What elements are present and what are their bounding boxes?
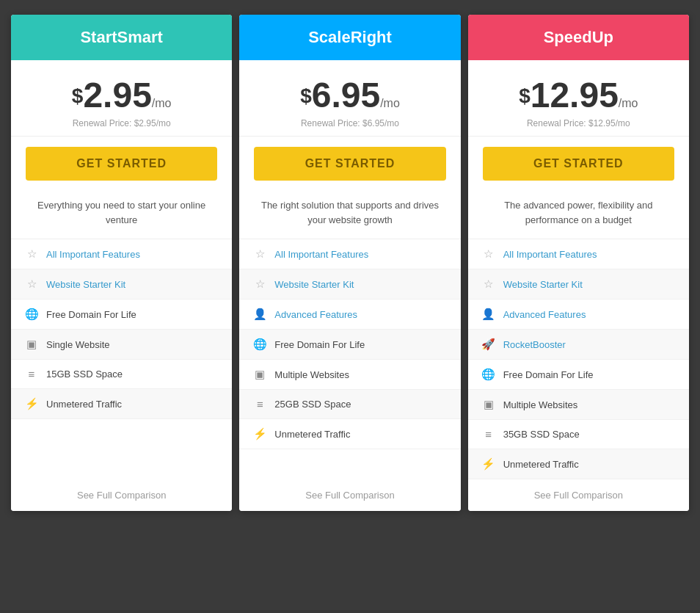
feature-icon: 🚀 — [481, 338, 496, 351]
feature-item: ☆Website Starter Kit — [239, 269, 460, 300]
feature-text: Free Domain For Life — [274, 339, 365, 350]
feature-item: ☆Website Starter Kit — [468, 269, 689, 300]
feature-icon: ☆ — [252, 278, 267, 291]
feature-item: ☆Website Starter Kit — [11, 269, 232, 300]
feature-item: ≡35GB SSD Space — [468, 420, 689, 449]
feature-icon: ≡ — [24, 368, 39, 380]
feature-icon: ☆ — [24, 247, 39, 261]
plan-description-scaleright: The right solution that supports and dri… — [239, 188, 460, 239]
renewal-price: Renewal Price: $2.95/mo — [26, 118, 217, 128]
feature-text: 15GB SSD Space — [46, 369, 123, 380]
feature-text: Multiple Websites — [274, 369, 349, 380]
feature-text: Free Domain For Life — [503, 369, 594, 380]
feature-icon: ⚡ — [481, 457, 496, 471]
feature-link[interactable]: Advanced Features — [274, 309, 357, 320]
plan-title-scaleright: ScaleRight — [254, 28, 445, 47]
feature-item: ☆All Important Features — [468, 239, 689, 269]
plan-price-section-scaleright: $6.95/moRenewal Price: $6.95/mo — [239, 60, 460, 137]
renewal-price: Renewal Price: $6.95/mo — [254, 118, 445, 128]
price-period: /mo — [152, 97, 172, 109]
feature-icon: ☆ — [24, 278, 39, 291]
feature-link[interactable]: All Important Features — [46, 249, 140, 260]
plan-header-startsmart: StartSmart — [11, 15, 232, 60]
feature-icon: ⚡ — [24, 397, 39, 410]
plan-title-speedup: SpeedUp — [483, 28, 674, 47]
plan-header-scaleright: ScaleRight — [239, 15, 460, 60]
see-comparison-scaleright[interactable]: See Full Comparison — [239, 479, 460, 511]
feature-item: 🌐Free Domain For Life — [468, 360, 689, 390]
feature-icon: ▣ — [481, 398, 496, 411]
feature-text: Unmetered Traffic — [274, 429, 350, 440]
feature-icon: 🌐 — [24, 308, 39, 321]
feature-item: 🚀RocketBooster — [468, 330, 689, 360]
feature-icon: ☆ — [481, 278, 496, 291]
feature-link[interactable]: Website Starter Kit — [46, 279, 125, 290]
feature-item: 👤Advanced Features — [468, 300, 689, 330]
feature-item: ⚡Unmetered Traffic — [11, 389, 232, 419]
feature-icon: ≡ — [481, 428, 496, 440]
feature-item: 👤Advanced Features — [239, 300, 460, 330]
feature-item: ☆All Important Features — [239, 239, 460, 269]
plan-description-speedup: The advanced power, flexibility and perf… — [468, 188, 689, 239]
feature-icon: ⚡ — [252, 427, 267, 440]
feature-item: ▣Multiple Websites — [239, 360, 460, 390]
feature-icon: ≡ — [252, 398, 267, 410]
feature-icon: ▣ — [252, 368, 267, 381]
feature-text: Free Domain For Life — [46, 309, 136, 320]
price-period: /mo — [380, 97, 400, 109]
feature-link[interactable]: Website Starter Kit — [274, 279, 354, 290]
plan-header-speedup: SpeedUp — [468, 15, 689, 60]
plan-card-scaleright: ScaleRight$6.95/moRenewal Price: $6.95/m… — [239, 15, 460, 511]
get-started-button-scaleright[interactable]: GET STARTED — [254, 147, 445, 181]
renewal-price: Renewal Price: $12.95/mo — [483, 118, 674, 128]
get-started-button-startsmart[interactable]: GET STARTED — [26, 147, 217, 181]
feature-text: Unmetered Traffic — [46, 399, 122, 410]
feature-icon: 👤 — [252, 308, 267, 321]
feature-item: ⚡Unmetered Traffic — [468, 449, 689, 479]
feature-link[interactable]: All Important Features — [274, 249, 368, 260]
see-comparison-startsmart[interactable]: See Full Comparison — [11, 479, 232, 511]
feature-link[interactable]: RocketBooster — [503, 339, 566, 350]
see-comparison-speedup[interactable]: See Full Comparison — [468, 479, 689, 511]
features-list-scaleright: ☆All Important Features☆Website Starter … — [239, 239, 460, 479]
feature-item: ≡15GB SSD Space — [11, 360, 232, 389]
price-dollar: $ — [72, 84, 84, 107]
price-dollar: $ — [519, 84, 531, 107]
feature-text: Unmetered Traffic — [503, 459, 579, 470]
plan-description-startsmart: Everything you need to start your online… — [11, 188, 232, 239]
feature-icon: ▣ — [24, 338, 39, 351]
plan-card-startsmart: StartSmart$2.95/moRenewal Price: $2.95/m… — [11, 15, 232, 511]
feature-text: Single Website — [46, 339, 109, 350]
price-amount: 2.95 — [83, 76, 151, 115]
feature-link[interactable]: All Important Features — [503, 249, 597, 260]
price-dollar: $ — [300, 84, 312, 107]
plan-price-section-startsmart: $2.95/moRenewal Price: $2.95/mo — [11, 60, 232, 137]
feature-item: ⚡Unmetered Traffic — [239, 419, 460, 449]
feature-item: 🌐Free Domain For Life — [11, 300, 232, 330]
feature-item: 🌐Free Domain For Life — [239, 330, 460, 360]
feature-item: ☆All Important Features — [11, 239, 232, 269]
pricing-container: StartSmart$2.95/moRenewal Price: $2.95/m… — [7, 15, 693, 511]
plan-card-speedup: SpeedUp$12.95/moRenewal Price: $12.95/mo… — [468, 15, 689, 511]
feature-icon: ☆ — [481, 247, 496, 261]
get-started-button-speedup[interactable]: GET STARTED — [483, 147, 674, 181]
price-amount: 12.95 — [531, 76, 619, 115]
feature-text: 35GB SSD Space — [503, 429, 580, 440]
feature-text: Multiple Websites — [503, 399, 578, 410]
feature-text: 25GB SSD Space — [274, 399, 351, 410]
feature-item: ▣Single Website — [11, 330, 232, 360]
feature-icon: ☆ — [252, 247, 267, 261]
plan-price-section-speedup: $12.95/moRenewal Price: $12.95/mo — [468, 60, 689, 137]
feature-link[interactable]: Advanced Features — [503, 309, 586, 320]
plan-title-startsmart: StartSmart — [26, 28, 217, 47]
price-period: /mo — [619, 97, 638, 109]
features-list-speedup: ☆All Important Features☆Website Starter … — [468, 239, 689, 479]
features-list-startsmart: ☆All Important Features☆Website Starter … — [11, 239, 232, 479]
price-amount: 6.95 — [312, 76, 380, 115]
feature-icon: 🌐 — [481, 368, 496, 381]
feature-item: ≡25GB SSD Space — [239, 390, 460, 419]
feature-icon: 👤 — [481, 308, 496, 321]
feature-icon: 🌐 — [252, 338, 267, 351]
feature-link[interactable]: Website Starter Kit — [503, 279, 583, 290]
feature-item: ▣Multiple Websites — [468, 390, 689, 420]
